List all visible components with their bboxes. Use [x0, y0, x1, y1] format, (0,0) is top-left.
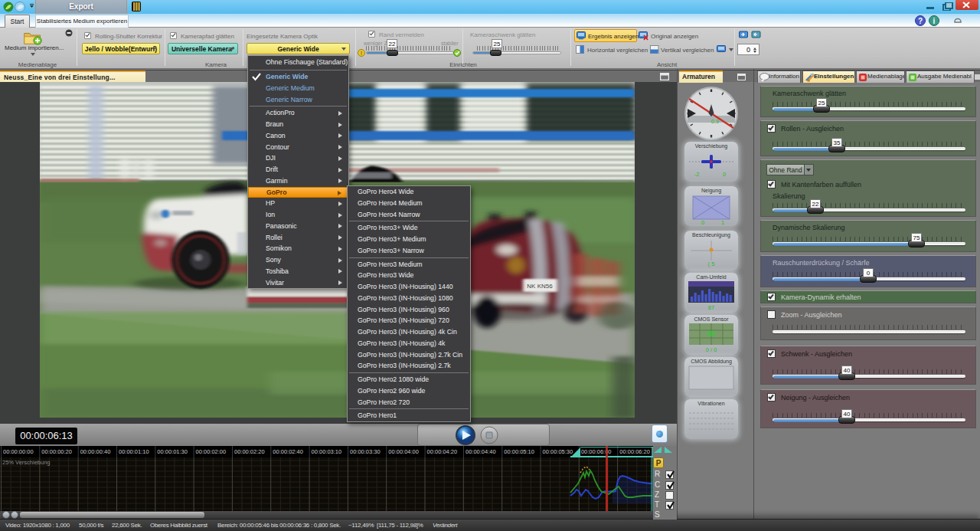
svg-text:NK KN56: NK KN56: [527, 283, 553, 290]
svg-text:25% Verschiebung: 25% Verschiebung: [2, 459, 51, 466]
svg-text:00:00:02:20: 00:00:02:20: [234, 448, 265, 455]
svg-text:0: 0: [723, 171, 726, 178]
svg-text:00:00:05:30: 00:00:05:30: [543, 448, 573, 455]
svg-text:00:00:04:20: 00:00:04:20: [427, 448, 458, 455]
svg-text:0.9: 0.9: [711, 118, 719, 125]
svg-text:00:00:00:40: 00:00:00:40: [80, 448, 111, 455]
svg-text:00:00:01:10: 00:00:01:10: [119, 448, 149, 455]
svg-text:0 / 0: 0 / 0: [706, 346, 717, 353]
svg-text:00:00:03:10: 00:00:03:10: [312, 448, 342, 455]
svg-text:( 5: ( 5: [708, 261, 715, 267]
svg-text:00:00:05:10: 00:00:05:10: [504, 448, 534, 455]
svg-text:00:00:00:20: 00:00:00:20: [41, 448, 72, 455]
svg-text:?: ?: [918, 17, 923, 25]
svg-text:00:00:01:30: 00:00:01:30: [157, 448, 188, 455]
svg-text:00:00:00:00: 00:00:00:00: [3, 448, 34, 455]
svg-text:0: 0: [701, 219, 704, 226]
svg-text:-2: -2: [694, 171, 700, 178]
svg-text:00:00:06:20: 00:00:06:20: [619, 448, 650, 455]
svg-text:00:00:03:30: 00:00:03:30: [350, 448, 381, 455]
svg-text:i: i: [933, 17, 936, 25]
svg-text:!: !: [361, 51, 362, 56]
svg-text:00:00:04:40: 00:00:04:40: [466, 448, 496, 455]
svg-text:00:00:02:40: 00:00:02:40: [273, 448, 303, 455]
svg-text:87: 87: [708, 304, 714, 311]
svg-text:00:00:02:00: 00:00:02:00: [196, 448, 227, 455]
svg-text:1: 1: [721, 219, 724, 226]
svg-text:00:00:04:00: 00:00:04:00: [388, 448, 419, 455]
